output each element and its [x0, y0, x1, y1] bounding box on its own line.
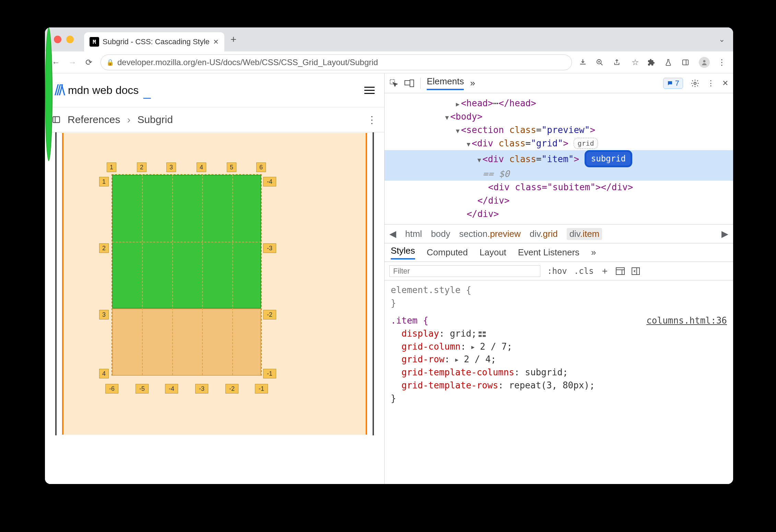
grid-label: 3: [99, 310, 109, 319]
chrome-window: M Subgrid - CSS: Cascading Style ✕ + ⌄ ←…: [45, 27, 733, 484]
dom-node-selected: ▼<div class="item"> subgrid: [385, 150, 733, 167]
tab-title: Subgrid - CSS: Cascading Style: [103, 37, 210, 46]
close-window-icon[interactable]: [54, 36, 61, 43]
grid-label: -3: [263, 243, 276, 253]
elements-tab[interactable]: Elements: [427, 76, 464, 90]
article-actions-icon[interactable]: ⋮: [367, 114, 377, 125]
tab-strip: M Subgrid - CSS: Cascading Style ✕ + ⌄: [45, 27, 733, 51]
mdn-cursor-icon: _: [143, 84, 151, 99]
grid-label: 1: [107, 162, 116, 172]
svg-rect-1: [683, 60, 689, 65]
new-tab-button[interactable]: +: [231, 34, 237, 45]
source-link[interactable]: columns.html:36: [646, 314, 727, 327]
share-icon[interactable]: [613, 59, 623, 66]
grid-label: 2: [99, 243, 109, 253]
issues-count: 7: [675, 79, 679, 88]
grid-label: 3: [166, 162, 176, 172]
tab-list-button[interactable]: ⌄: [719, 35, 725, 44]
zoom-icon[interactable]: [596, 59, 606, 66]
crumb-html[interactable]: html: [405, 229, 422, 239]
new-style-rule-icon[interactable]: [601, 267, 609, 275]
grid-label: 4: [99, 369, 109, 378]
grid-label: -4: [263, 177, 276, 186]
crumb-next-icon[interactable]: ▶: [721, 229, 728, 239]
browser-toolbar: ← → ⟳ 🔒 developer.mozilla.org/en-US/docs…: [45, 51, 733, 73]
svg-point-7: [694, 82, 696, 84]
url-text: developer.mozilla.org/en-US/docs/Web/CSS…: [117, 58, 378, 67]
side-panel-icon[interactable]: [682, 59, 692, 66]
grid-label: 2: [137, 162, 146, 172]
crumb-prev-icon[interactable]: ◀: [389, 229, 396, 239]
extensions-icon[interactable]: [647, 59, 658, 66]
grid-label: 5: [227, 162, 236, 172]
crumb-grid[interactable]: div.grid: [530, 229, 558, 239]
issues-badge[interactable]: 7: [663, 78, 683, 89]
zoom-window-icon[interactable]: [45, 27, 52, 161]
grid-label: 4: [197, 162, 206, 172]
back-button[interactable]: ←: [51, 58, 61, 67]
minimize-window-icon[interactable]: [66, 36, 74, 43]
dom-breadcrumb[interactable]: ◀ html body section.preview div.grid div…: [385, 224, 733, 243]
cls-toggle[interactable]: .cls: [574, 266, 594, 276]
address-bar[interactable]: 🔒 developer.mozilla.org/en-US/docs/Web/C…: [101, 55, 572, 70]
browser-tab[interactable]: M Subgrid - CSS: Cascading Style ✕: [84, 32, 224, 51]
more-subtabs-icon[interactable]: »: [591, 247, 596, 258]
styles-toolbar: :hov .cls: [385, 262, 733, 280]
crumb-body[interactable]: body: [431, 229, 450, 239]
filter-input[interactable]: [389, 265, 540, 277]
forward-button[interactable]: →: [68, 58, 77, 67]
crumb-subgrid[interactable]: Subgrid: [137, 114, 173, 125]
grid-label: -2: [263, 310, 276, 319]
grid-label: -2: [225, 384, 238, 394]
grid-item-sand: [112, 309, 261, 376]
profile-avatar[interactable]: [699, 57, 710, 68]
grid-label: -1: [255, 384, 268, 394]
grid-overlay: [111, 174, 262, 376]
chrome-menu-icon[interactable]: ⋮: [717, 58, 727, 67]
labs-icon[interactable]: [665, 58, 675, 66]
tab-styles[interactable]: Styles: [391, 245, 415, 259]
favicon-icon: M: [90, 37, 99, 47]
settings-icon[interactable]: [691, 79, 699, 88]
devtools-close-icon[interactable]: ✕: [722, 79, 728, 88]
install-icon[interactable]: [579, 58, 589, 66]
dom-tree[interactable]: ▶<head>⋯</head> ▼<body> ▼<section class=…: [385, 93, 733, 224]
grid-label: -3: [195, 384, 208, 394]
grid-label: -4: [165, 384, 178, 394]
mdn-mark-icon: ///\: [55, 82, 63, 99]
toggle-sidebar-icon[interactable]: [632, 267, 640, 275]
grid-badge[interactable]: grid: [574, 138, 598, 149]
page-content: ///\ mdn web docs _ References › Subgrid…: [45, 73, 385, 484]
bookmark-icon[interactable]: ☆: [630, 58, 640, 67]
sidebar-toggle-icon[interactable]: [52, 115, 61, 124]
tab-event-listeners[interactable]: Event Listeners: [518, 247, 579, 258]
subgrid-badge[interactable]: subgrid: [585, 150, 632, 167]
crumb-section[interactable]: section.preview: [459, 229, 521, 239]
svg-rect-9: [632, 268, 639, 275]
tab-close-icon[interactable]: ✕: [213, 38, 219, 46]
crumb-item[interactable]: div.item: [567, 228, 602, 240]
reload-button[interactable]: ⟳: [84, 58, 94, 67]
tab-layout[interactable]: Layout: [480, 247, 506, 258]
menu-button[interactable]: [364, 87, 375, 94]
styles-pane[interactable]: element.style { } .item {columns.html:36…: [385, 280, 733, 408]
mdn-logo[interactable]: ///\ mdn web docs _: [55, 82, 151, 99]
devtools-panel: Elements » 7 ⋮ ✕ ▶<head>⋯</head>: [385, 73, 733, 484]
svg-rect-6: [410, 80, 414, 87]
devtools-menu-icon[interactable]: ⋮: [707, 79, 715, 88]
grid-label: 6: [256, 162, 266, 172]
inspect-icon[interactable]: [389, 79, 398, 88]
hov-toggle[interactable]: :hov: [547, 266, 567, 276]
device-toolbar-icon[interactable]: [404, 80, 414, 87]
computed-sidebar-icon[interactable]: [616, 267, 625, 275]
grid-label: -1: [263, 369, 276, 378]
lock-icon: 🔒: [106, 59, 114, 66]
mdn-header: ///\ mdn web docs _: [45, 73, 384, 107]
tab-computed[interactable]: Computed: [427, 247, 468, 258]
svg-rect-8: [616, 268, 624, 275]
svg-rect-3: [53, 117, 60, 122]
subgrid-figure: 1 2 3 4 5 6 1 2 3 4 -4 -3 -2 -1: [62, 133, 367, 435]
more-tabs-icon[interactable]: »: [470, 78, 475, 88]
crumb-references[interactable]: References: [68, 114, 120, 125]
grid-editor-icon[interactable]: [479, 331, 486, 337]
